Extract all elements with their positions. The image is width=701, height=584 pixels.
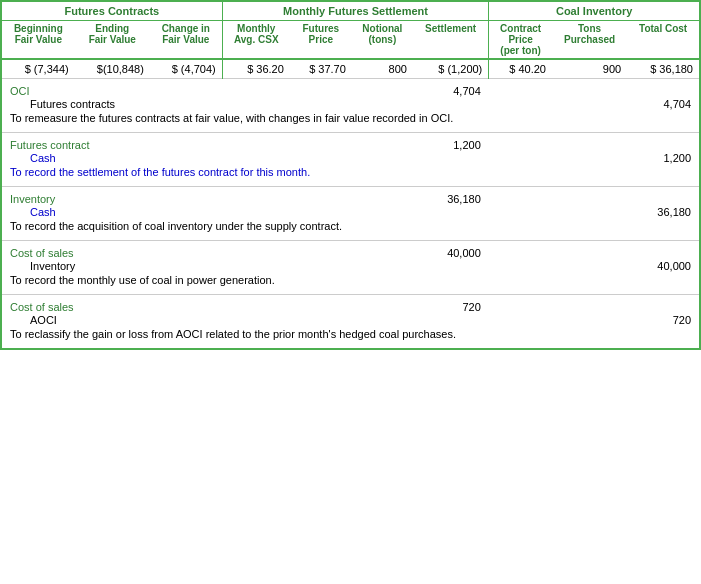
je-1-oci-debit: 4,704 [413,79,489,99]
je-3-row1: Inventory 36,180 [1,187,700,207]
je-2-cash-account: Cash [1,152,413,165]
col-header-row: BeginningFair Value EndingFair Value Cha… [1,21,700,60]
col-monthly-avg-csx: MonthlyAvg. CSX [222,21,290,60]
je-4-row1: Cost of sales 40,000 [1,241,700,261]
je-5-row1: Cost of sales 720 [1,295,700,315]
cell-futures-price: $ 37.70 [290,59,352,79]
je-3-cash-credit: 36,180 [489,206,700,219]
je-3-inventory-debit: 36,180 [413,187,489,207]
je-2-futures-debit: 1,200 [413,133,489,153]
je-1-row1: OCI 4,704 [1,79,700,99]
je-2-cash-debit-spacer [413,152,489,165]
section-header-row: Futures Contracts Monthly Futures Settle… [1,1,700,21]
je-1-desc-row: To remeasure the futures contracts at fa… [1,111,700,133]
je-1-oci-account: OCI [1,79,413,99]
je-2-desc-row: To record the settlement of the futures … [1,165,700,187]
je-3-desc-row: To record the acquisition of coal invent… [1,219,700,241]
cell-ending-fv: $(10,848) [75,59,150,79]
cell-total-cost: $ 36,180 [627,59,700,79]
je-2-description: To record the settlement of the futures … [1,165,700,187]
col-total-cost: Total Cost [627,21,700,60]
je-5-aoci-debit-spacer [413,314,489,327]
col-ending-fair-value: EndingFair Value [75,21,150,60]
je-5-description: To reclassify the gain or loss from AOCI… [1,327,700,349]
cell-beginning-fv: $ (7,344) [1,59,75,79]
je-2-row1: Futures contract 1,200 [1,133,700,153]
main-table: Futures Contracts Monthly Futures Settle… [0,0,701,350]
je-5-desc-row: To reclassify the gain or loss from AOCI… [1,327,700,349]
futures-contracts-header: Futures Contracts [1,1,222,21]
col-beginning-fair-value: BeginningFair Value [1,21,75,60]
je-4-row2: Inventory 40,000 [1,260,700,273]
je-5-aoci-account: AOCI [1,314,413,327]
je-5-spacer1 [489,295,700,315]
je-1-futures-account: Futures contracts [1,98,413,111]
je-5-costofsales-debit: 720 [413,295,489,315]
cell-contract-price: $ 40.20 [489,59,552,79]
je-1-spacer1 [489,79,700,99]
je-1-futures-credit: 4,704 [489,98,700,111]
je-4-inventory-account: Inventory [1,260,413,273]
je-5-row2: AOCI 720 [1,314,700,327]
col-contract-price: ContractPrice(per ton) [489,21,552,60]
je-4-desc-row: To record the monthly use of coal in pow… [1,273,700,295]
cell-monthly-avg: $ 36.20 [222,59,290,79]
je-3-description: To record the acquisition of coal invent… [1,219,700,241]
coal-inventory-header: Coal Inventory [489,1,700,21]
cell-tons-purchased: 900 [552,59,627,79]
je-3-spacer1 [489,187,700,207]
je-2-futures-account: Futures contract [1,133,413,153]
je-1-futures-debit-spacer [413,98,489,111]
je-4-spacer1 [489,241,700,261]
je-3-row2: Cash 36,180 [1,206,700,219]
je-1-description: To remeasure the futures contracts at fa… [1,111,700,133]
cell-change-fv: $ (4,704) [150,59,222,79]
je-4-description: To record the monthly use of coal in pow… [1,273,700,295]
je-1-row2: Futures contracts 4,704 [1,98,700,111]
je-3-cash-debit-spacer [413,206,489,219]
je-2-cash-credit: 1,200 [489,152,700,165]
col-notional-tons: Notional(tons) [352,21,413,60]
je-4-costofsales-account: Cost of sales [1,241,413,261]
je-4-costofsales-debit: 40,000 [413,241,489,261]
cell-notional: 800 [352,59,413,79]
data-row: $ (7,344) $(10,848) $ (4,704) $ 36.20 $ … [1,59,700,79]
je-3-cash-account: Cash [1,206,413,219]
col-tons-purchased: TonsPurchased [552,21,627,60]
cell-settlement: $ (1,200) [413,59,489,79]
col-futures-price: FuturesPrice [290,21,352,60]
monthly-futures-header: Monthly Futures Settlement [222,1,489,21]
je-2-spacer1 [489,133,700,153]
je-5-costofsales-account: Cost of sales [1,295,413,315]
col-change-fair-value: Change inFair Value [150,21,222,60]
je-5-aoci-credit: 720 [489,314,700,327]
je-4-inventory-credit: 40,000 [489,260,700,273]
je-3-inventory-account: Inventory [1,187,413,207]
je-2-row2: Cash 1,200 [1,152,700,165]
je-4-inventory-debit-spacer [413,260,489,273]
col-settlement: Settlement [413,21,489,60]
